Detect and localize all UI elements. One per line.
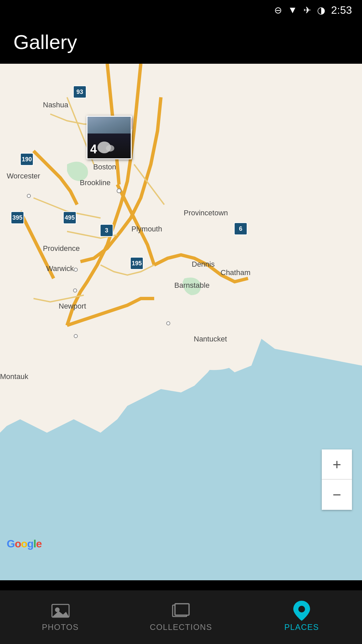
- battery-icon: ◑: [317, 5, 325, 16]
- svg-rect-7: [175, 604, 189, 615]
- photos-label: PHOTOS: [42, 623, 79, 632]
- nav-item-photos[interactable]: PHOTOS: [0, 596, 121, 639]
- bottom-navigation: PHOTOS COLLECTIONS PLACES: [0, 590, 362, 644]
- photo-marker[interactable]: 4: [86, 116, 132, 159]
- plymouth-dot: [166, 321, 170, 325]
- collections-icon: [172, 602, 190, 619]
- highway-shield-6: 6: [234, 222, 247, 235]
- highway-shield-195: 195: [130, 257, 143, 270]
- airplane-icon: ✈: [303, 5, 311, 16]
- status-bar: ⊖ ▼ ✈ ◑ 2:53: [0, 0, 362, 20]
- warwick-dot: [73, 288, 77, 292]
- status-time: 2:53: [331, 4, 352, 16]
- highway-shield-3: 3: [100, 224, 113, 237]
- highway-shield-495: 495: [63, 211, 76, 224]
- app-header: Gallery: [0, 20, 362, 64]
- photo-marker-inner: 4: [87, 117, 131, 158]
- zoom-in-button[interactable]: +: [322, 449, 352, 480]
- boston-dot: [117, 189, 121, 193]
- map-svg: [0, 64, 362, 580]
- highway-shield-190: 190: [20, 153, 34, 166]
- worcester-dot: [27, 194, 31, 198]
- highway-shield-93: 93: [73, 86, 86, 98]
- providence-dot: [74, 268, 78, 272]
- places-icon: [293, 602, 311, 619]
- dnd-icon: ⊖: [274, 5, 282, 16]
- nav-item-places[interactable]: PLACES: [241, 596, 362, 639]
- svg-marker-5: [52, 611, 69, 617]
- zoom-out-button[interactable]: −: [322, 480, 352, 510]
- zoom-controls: + −: [322, 449, 352, 510]
- photos-icon: [51, 602, 70, 619]
- svg-point-9: [298, 606, 305, 612]
- highway-shield-395: 395: [11, 211, 24, 224]
- photo-count: 4: [90, 142, 97, 156]
- wifi-icon: ▼: [288, 5, 297, 15]
- map-view[interactable]: Nashua Boston Brookline Worcester Provin…: [0, 64, 362, 580]
- places-label: PLACES: [284, 623, 319, 632]
- nav-item-collections[interactable]: COLLECTIONS: [121, 596, 241, 639]
- collections-label: COLLECTIONS: [150, 623, 212, 632]
- newport-dot: [74, 334, 78, 338]
- google-logo: Google: [7, 538, 42, 550]
- app-title: Gallery: [13, 31, 77, 54]
